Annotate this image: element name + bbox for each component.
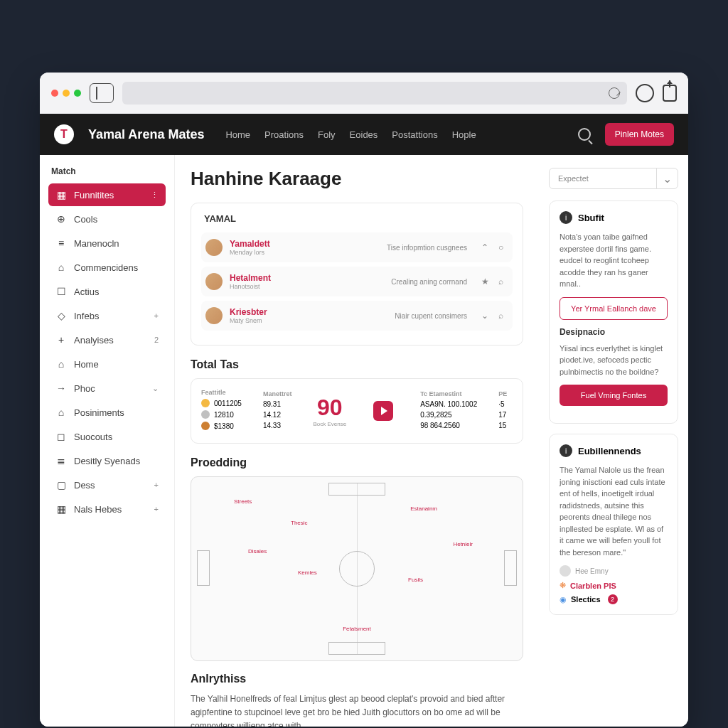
author-avatar xyxy=(560,565,571,577)
page-title: Hanhine Karaage xyxy=(191,168,523,190)
url-bar[interactable] xyxy=(122,82,627,105)
player-row-0[interactable]: YamaldettMenday lorsTise infopmtion cusg… xyxy=(201,232,513,262)
sidebar: Match ▦Funnitites⋮⊕Cools≡Manenocln⌂Comme… xyxy=(40,155,175,727)
sidebar-item-11[interactable]: ≣Desitly Syenads xyxy=(48,449,166,472)
sidebar-item-12[interactable]: ▢Dess+ xyxy=(48,473,166,496)
gold-medal-icon xyxy=(201,399,210,407)
sidebar-item-5[interactable]: ◇Infebs+ xyxy=(48,304,166,327)
expand-icon[interactable]: ⌃ xyxy=(481,242,491,252)
titlebar xyxy=(40,73,688,114)
bronze-medal-icon xyxy=(201,422,210,430)
close-dot[interactable] xyxy=(51,90,58,97)
analytics-text: The Yalhil Honelfreds of feal Limjtus gl… xyxy=(191,692,523,727)
sidebar-icon: + xyxy=(55,334,67,346)
min-dot[interactable] xyxy=(63,90,70,97)
expand-icon[interactable]: ★ xyxy=(481,277,491,287)
sidebar-item-2[interactable]: ≡Manenocln xyxy=(48,232,166,255)
action-icon[interactable]: ⌕ xyxy=(498,311,508,321)
nav-home[interactable]: Home xyxy=(225,129,250,140)
nav-postattions[interactable]: Postattions xyxy=(392,129,437,140)
sidebar-item-13[interactable]: ▦Nals Hebes+ xyxy=(48,498,166,520)
sbufit-card: i Sbufit Nota's yoan taibe gaifned exper… xyxy=(549,200,678,424)
top-nav: Home Proations Foly Eoides Postattions H… xyxy=(225,129,476,140)
yamal-card: YAMAL YamaldettMenday lorsTise infopmtio… xyxy=(191,203,523,346)
player-avatar xyxy=(205,273,223,290)
profile-icon[interactable] xyxy=(636,84,654,102)
play-button[interactable] xyxy=(373,401,393,421)
player-row-2[interactable]: KriesbterMaty SnemNiair cupent consimers… xyxy=(201,301,513,331)
sidebar-icon: ≣ xyxy=(55,455,67,466)
filter-dropdown[interactable]: Expectet ⌄ xyxy=(549,168,678,189)
nav-proations[interactable]: Proations xyxy=(264,129,304,140)
sidebar-item-3[interactable]: ⌂Commencidens xyxy=(48,256,166,279)
logo-icon[interactable]: T xyxy=(54,124,74,144)
stats-card: Feattitle 0011205 12810 $1380 Manettret … xyxy=(191,378,523,444)
big-stat: 90 xyxy=(313,395,346,421)
action-icon[interactable]: ○ xyxy=(498,242,508,252)
sidebar-item-0[interactable]: ▦Funnitites⋮ xyxy=(48,183,166,206)
sidebar-toggle-icon[interactable] xyxy=(90,83,114,103)
right-panel: Expectet ⌄ i Sbufit Nota's yoan taibe ga… xyxy=(539,155,688,727)
info-icon-2: i xyxy=(560,444,572,457)
stat-label-2: Manettret xyxy=(263,390,292,397)
sidebar-item-1[interactable]: ⊕Cools xyxy=(48,208,166,230)
stat-label-1: Feattitle xyxy=(201,389,242,396)
sidebar-icon: ◻ xyxy=(55,431,67,442)
tag-slectics[interactable]: ◉ Slectics 2 xyxy=(560,594,668,604)
sidebar-item-8[interactable]: →Phoc⌄ xyxy=(48,377,166,400)
yamal-launch-button[interactable]: Yer Yrmal Eallanch dave xyxy=(560,297,668,320)
player-row-1[interactable]: HetalmentHanotsoistCrealing aning corrna… xyxy=(201,267,513,296)
eubillennends-card: i Eubillennends The Yamal Nalole us the … xyxy=(549,434,678,615)
player-avatar xyxy=(205,239,223,256)
nav-eoides[interactable]: Eoides xyxy=(350,129,378,140)
sidebar-icon: ⌂ xyxy=(55,407,67,418)
pitch-diagram: Streets Thesic Disales Kemles Estanainm … xyxy=(191,476,523,661)
nav-foly[interactable]: Foly xyxy=(318,129,336,140)
proedding-title: Proedding xyxy=(191,456,523,469)
tag-badge: 2 xyxy=(608,594,618,604)
tag-clarblen[interactable]: ❋ Clarblen PIS xyxy=(560,581,668,590)
stat-label-3: Tc Etamestint xyxy=(420,390,477,397)
sidebar-item-10[interactable]: ◻Suocouts xyxy=(48,425,166,448)
nav-hople[interactable]: Hople xyxy=(452,129,476,140)
max-dot[interactable] xyxy=(74,90,81,97)
brand-name: Yamal Arena Mates xyxy=(88,127,204,142)
sidebar-icon: → xyxy=(55,382,67,394)
app-header: T Yamal Arena Mates Home Proations Foly … xyxy=(40,114,688,155)
sidebar-icon: ▦ xyxy=(55,189,67,200)
silver-medal-icon xyxy=(201,410,210,419)
info-icon: i xyxy=(560,211,572,224)
stat-label-4: PE xyxy=(498,390,507,397)
sidebar-section-title: Match xyxy=(48,166,166,176)
chevron-down-icon[interactable]: ⌄ xyxy=(656,168,678,188)
total-title: Total Tas xyxy=(191,358,523,371)
sidebar-icon: ▦ xyxy=(55,503,67,515)
sidebar-item-6[interactable]: +Analyises2 xyxy=(48,328,166,351)
cta-button[interactable]: Pinlen Motes xyxy=(605,123,674,146)
sidebar-item-7[interactable]: ⌂Home xyxy=(48,353,166,375)
window-controls[interactable] xyxy=(51,90,81,97)
action-icon[interactable]: ⌕ xyxy=(498,277,508,287)
analytics-title: Anlrythiss xyxy=(191,673,523,685)
player-avatar xyxy=(205,307,223,324)
sidebar-icon: ▢ xyxy=(55,479,67,491)
sidebar-icon: ⌂ xyxy=(55,262,67,273)
fuel-button[interactable]: Fuel Vming Fontes xyxy=(560,385,668,406)
search-icon[interactable] xyxy=(578,128,591,141)
sidebar-icon: ◇ xyxy=(55,310,67,321)
main-content: Hanhine Karaage YAMAL YamaldettMenday lo… xyxy=(175,155,539,727)
sidebar-icon: ⌂ xyxy=(55,358,67,370)
sidebar-item-4[interactable]: ☐Actius xyxy=(48,280,166,303)
sidebar-icon: ≡ xyxy=(55,237,67,249)
sidebar-item-9[interactable]: ⌂Posiniments xyxy=(48,401,166,424)
sidebar-icon: ⊕ xyxy=(55,213,67,225)
share-icon[interactable] xyxy=(663,85,677,102)
expand-icon[interactable]: ⌄ xyxy=(481,311,491,321)
sidebar-icon: ☐ xyxy=(55,286,67,297)
yamal-card-title: YAMAL xyxy=(201,213,513,224)
